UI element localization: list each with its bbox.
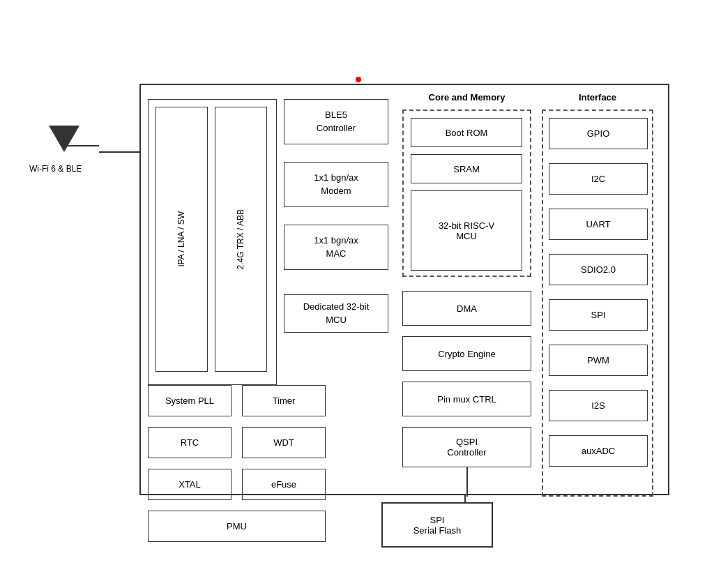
interface-label: Interface [542,92,653,103]
timer-block: Timer [242,385,326,416]
qspi-block: QSPI Controller [402,427,531,467]
dma-block: DMA [402,291,531,326]
dedicated-mcu-label: Dedicated 32-bit MCU [303,301,370,326]
spi-flash-block: SPI Serial Flash [381,502,493,548]
pmu-block: PMU [148,511,326,542]
trx-abb-block: 2.4G TRX / ABB [215,107,267,372]
sram-block: SRAM [411,154,522,183]
trx-abb-label: 2.4G TRX / ABB [236,209,247,269]
risc-v-label: 32-bit RISC-V MCU [439,220,494,241]
pwm-label: PWM [587,355,609,365]
flash-connector-line [464,495,466,504]
xtal-label: XTAL [178,479,201,490]
main-chip-box: iPA / LNA / SW 2.4G TRX / ABB BLE5 Contr… [139,84,669,495]
efuse-label: eFuse [271,479,296,490]
auxadc-label: auxADC [582,446,615,456]
dma-label: DMA [457,303,477,314]
pin-mux-label: Pin mux CTRL [437,394,496,405]
uart-block: UART [549,209,648,240]
sdio-label: SDIO2.0 [581,264,616,275]
sdio-block: SDIO2.0 [549,254,648,285]
i2c-block: I2C [549,163,648,195]
timer-label: Timer [273,395,296,406]
ble-controller-block: BLE5 Controller [284,99,388,144]
boot-rom-label: Boot ROM [446,128,488,138]
antenna-to-box-line [99,151,139,153]
ipa-lna-sw-block: iPA / LNA / SW [155,107,208,372]
rtc-block: RTC [148,427,231,458]
crypto-engine-label: Crypto Engine [438,349,495,359]
mac-block: 1x1 bgn/ax MAC [284,225,388,270]
rtc-label: RTC [181,437,199,448]
i2c-label: I2C [591,174,605,184]
i2s-label: I2S [591,400,605,411]
pwm-block: PWM [549,345,648,376]
core-memory-label: Core and Memory [402,92,531,103]
boot-rom-block: Boot ROM [411,118,522,147]
red-dot-indicator [356,77,361,82]
i2s-block: I2S [549,390,648,421]
system-pll-label: System PLL [165,395,214,406]
pmu-label: PMU [227,521,247,532]
rf-section: iPA / LNA / SW 2.4G TRX / ABB [148,99,277,385]
antenna-label: Wi-Fi 6 & BLE [29,164,82,174]
uart-label: UART [586,219,610,229]
qspi-label: QSPI Controller [447,437,486,458]
core-memory-dashed-box: Boot ROM SRAM 32-bit RISC-V MCU [402,110,531,277]
mac-label: 1x1 bgn/ax MAC [314,234,358,259]
interface-dashed-box: GPIO I2C UART SDIO2.0 SPI PWM [542,110,653,497]
system-pll-block: System PLL [148,385,231,416]
qspi-to-bottom-line [466,467,468,497]
spi-block: SPI [549,299,648,331]
wdt-block: WDT [242,427,326,458]
spi-flash-label: SPI Serial Flash [413,515,462,536]
xtal-block: XTAL [148,469,231,500]
modem-block: 1x1 bgn/ax Modem [284,162,388,207]
spi-label: SPI [591,310,606,320]
wdt-label: WDT [273,437,294,448]
antenna-horizontal-line [64,145,99,146]
modem-label: 1x1 bgn/ax Modem [314,172,358,197]
dedicated-mcu-block: Dedicated 32-bit MCU [284,294,388,333]
gpio-label: GPIO [587,128,610,139]
risc-v-block: 32-bit RISC-V MCU [411,190,522,271]
crypto-engine-block: Crypto Engine [402,336,531,371]
antenna-vertical-line [64,126,66,146]
pin-mux-block: Pin mux CTRL [402,382,531,416]
gpio-block: GPIO [549,118,648,149]
sram-label: SRAM [453,164,480,174]
auxadc-block: auxADC [549,435,648,467]
ipa-lna-label: iPA / LNA / SW [176,211,188,266]
ble-controller-label: BLE5 Controller [317,109,356,134]
diagram-container: Wi-Fi 6 & BLE iPA / LNA / SW 2.4G TRX / … [84,84,683,558]
antenna: Wi-Fi 6 & BLE [42,126,79,152]
efuse-block: eFuse [242,469,326,500]
